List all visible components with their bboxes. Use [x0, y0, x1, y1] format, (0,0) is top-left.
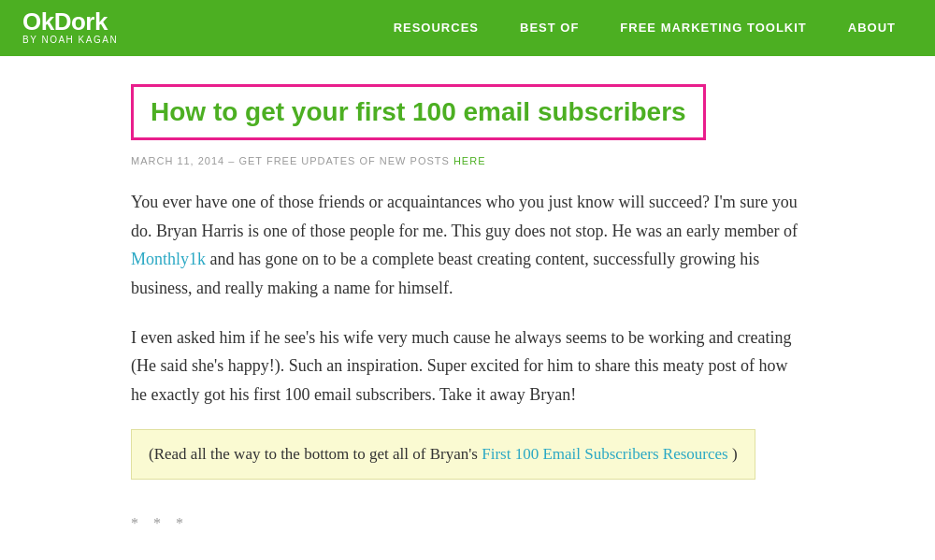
- logo-area[interactable]: OkDork BY NOAH KAGAN: [0, 0, 187, 56]
- logo-sub: BY NOAH KAGAN: [22, 34, 165, 47]
- paragraph-1: You ever have one of those friends or ac…: [131, 188, 804, 302]
- post-updates-link[interactable]: HERE: [453, 155, 486, 166]
- nav-free-marketing-toolkit[interactable]: FREE MARKETING TOOLKIT: [599, 0, 827, 56]
- post-title-box: How to get your first 100 email subscrib…: [131, 84, 706, 140]
- post-date: MARCH 11, 2014 – GET FREE UPDATES OF NEW…: [131, 155, 450, 166]
- logo-name: OkDork: [22, 9, 165, 34]
- para1-text: You ever have one of those friends or ac…: [131, 193, 798, 240]
- paragraph-2: I even asked him if he see's his wife ve…: [131, 323, 804, 409]
- nav-resources[interactable]: RESOURCES: [373, 0, 499, 56]
- divider-stars: * * *: [131, 511, 804, 536]
- callout-box: (Read all the way to the bottom to get a…: [131, 429, 755, 479]
- post-body: You ever have one of those friends or ac…: [131, 188, 804, 535]
- para1-cont: and has gone on to be a complete beast c…: [131, 250, 759, 297]
- nav-about[interactable]: ABOUT: [827, 0, 916, 56]
- main-nav: RESOURCES BEST OF FREE MARKETING TOOLKIT…: [187, 0, 935, 56]
- post-title: How to get your first 100 email subscrib…: [151, 96, 686, 128]
- main-content: How to get your first 100 email subscrib…: [112, 56, 823, 560]
- callout-close: ): [732, 445, 738, 463]
- monthly1k-link[interactable]: Monthly1k: [131, 250, 206, 268]
- site-header: OkDork BY NOAH KAGAN RESOURCES BEST OF F…: [0, 0, 935, 56]
- callout-link[interactable]: First 100 Email Subscribers Resources: [482, 445, 727, 463]
- callout-text: (Read all the way to the bottom to get a…: [149, 445, 478, 463]
- post-meta: MARCH 11, 2014 – GET FREE UPDATES OF NEW…: [131, 153, 804, 170]
- nav-best-of[interactable]: BEST OF: [499, 0, 599, 56]
